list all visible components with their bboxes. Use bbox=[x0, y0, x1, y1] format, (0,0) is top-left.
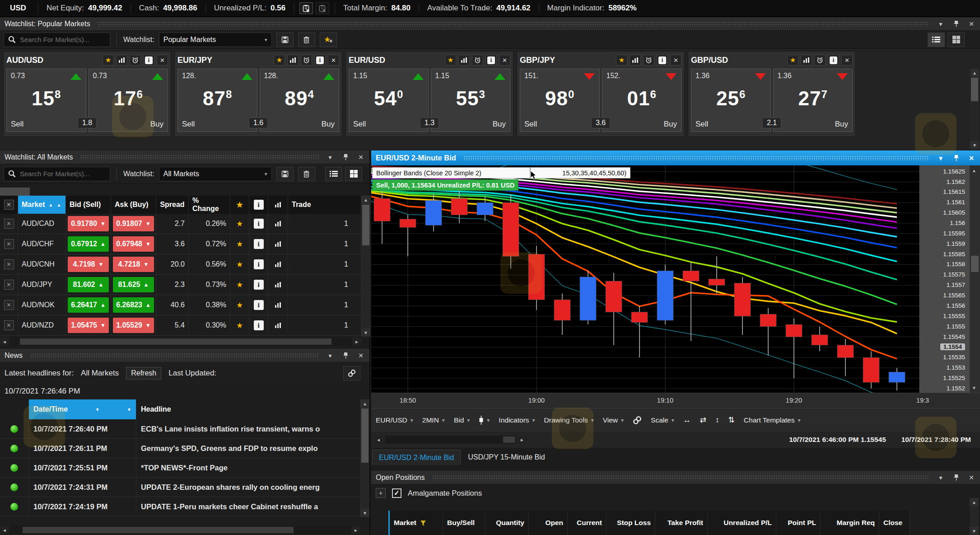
ask-price-button[interactable]: 4.7218▼ bbox=[113, 257, 154, 272]
chart-toolbar-candlestick-icon[interactable]: ▾ bbox=[479, 416, 490, 425]
column-header-current[interactable]: Current bbox=[568, 511, 607, 535]
close-panel-icon[interactable]: ✕ bbox=[357, 352, 365, 360]
favorite-star-icon[interactable]: ★ bbox=[787, 55, 798, 66]
chart-tab-2[interactable]: USD/JPY 15-Minute Bid bbox=[462, 450, 551, 465]
scroll-up-icon[interactable]: ▲ bbox=[361, 196, 370, 204]
ask-price-button[interactable]: 0.67948▼ bbox=[113, 236, 154, 252]
cancel-orders-icon[interactable] bbox=[299, 2, 313, 14]
open-chart-icon[interactable] bbox=[801, 55, 812, 66]
info-icon[interactable]: i bbox=[485, 55, 497, 66]
scroll-down-icon[interactable]: ▼ bbox=[361, 329, 370, 337]
price-alert-icon[interactable] bbox=[472, 55, 483, 66]
column-header-buy-sell[interactable]: Buy/Sell bbox=[443, 511, 485, 535]
close-tile-icon[interactable]: ✕ bbox=[157, 55, 168, 66]
column-header-headline[interactable]: Headline bbox=[136, 399, 360, 419]
drag-handle-texture[interactable] bbox=[432, 475, 929, 480]
favorite-star-icon[interactable]: ★ bbox=[230, 315, 249, 335]
scroll-down-icon[interactable]: ▼ bbox=[360, 509, 369, 517]
chart-toolbar-link-icon[interactable] bbox=[633, 416, 642, 425]
market-search[interactable] bbox=[4, 167, 110, 181]
buy-price-button[interactable]: 1.15553Buy bbox=[431, 69, 511, 132]
info-icon[interactable]: i bbox=[314, 55, 326, 66]
close-tile-icon[interactable]: ✕ bbox=[841, 55, 853, 66]
favorite-star-icon[interactable]: ★ bbox=[230, 254, 249, 274]
open-chart-icon[interactable] bbox=[268, 214, 288, 234]
column-header-stop-loss[interactable]: Stop Loss bbox=[607, 511, 655, 535]
link-news-button[interactable] bbox=[343, 366, 360, 380]
favorite-star-icon[interactable]: ★ bbox=[445, 55, 456, 66]
column-header[interactable]: % Change bbox=[189, 196, 230, 214]
amalgamate-checkbox[interactable]: ✓ bbox=[392, 488, 401, 498]
row-select-checkbox[interactable]: ✕ bbox=[0, 295, 18, 315]
chart-toolbar-indicators[interactable]: Indicators▾ bbox=[499, 416, 535, 424]
info-icon[interactable]: i bbox=[657, 55, 668, 66]
scale-compress-vertical-icon[interactable]: ⇅ bbox=[728, 415, 735, 425]
news-headline-cell[interactable]: ECB's Lane insists inflation rise transi… bbox=[136, 419, 360, 438]
scroll-up-icon[interactable]: ▲ bbox=[970, 69, 979, 77]
scroll-left-icon[interactable]: ◄ bbox=[0, 526, 9, 534]
favorite-star-icon[interactable]: ★ bbox=[230, 234, 249, 254]
collapse-panel-icon[interactable]: ▾ bbox=[937, 474, 945, 482]
add-favorite-button[interactable]: ★+ bbox=[320, 33, 337, 47]
grid-view-button[interactable] bbox=[345, 167, 362, 181]
chart-toolbar-bid[interactable]: Bid▾ bbox=[454, 416, 470, 424]
collapse-panel-icon[interactable]: ▾ bbox=[326, 352, 334, 360]
favorite-star-icon[interactable]: ★ bbox=[230, 214, 249, 234]
bid-price-button[interactable]: 4.7198▼ bbox=[68, 257, 109, 272]
news-headline-cell[interactable]: UPDATE 1-Peru markets cheer Cabinet resh… bbox=[136, 497, 360, 516]
chart-titlebar[interactable]: EUR/USD 2-Minute Bid ▾ ✕ bbox=[371, 150, 980, 165]
sell-price-button[interactable]: 0.73158Sell bbox=[6, 69, 86, 132]
info-icon[interactable]: i bbox=[249, 254, 268, 274]
chart-toolbar-eur/usd[interactable]: EUR/USD▾ bbox=[376, 416, 413, 424]
news-headline-cell[interactable]: *TOP NEWS*-Front Page bbox=[136, 458, 360, 477]
close-panel-icon[interactable]: ✕ bbox=[967, 474, 975, 482]
drag-handle-texture[interactable] bbox=[98, 21, 929, 27]
info-icon[interactable]: i bbox=[249, 234, 268, 254]
table-row[interactable]: ✕AUD/NOK6.26417▲6.26823▲40.60.38%★i1 bbox=[0, 295, 361, 315]
scroll-down-icon[interactable]: ▼ bbox=[970, 141, 979, 149]
open-chart-icon[interactable] bbox=[268, 275, 288, 295]
column-header-market[interactable]: Market bbox=[390, 511, 443, 535]
news-headline-cell[interactable]: UPDATE 2-European shares rally on coolin… bbox=[136, 478, 360, 497]
scroll-left-icon[interactable]: ◄ bbox=[0, 338, 9, 346]
bid-price-button[interactable]: 6.26417▲ bbox=[68, 297, 109, 313]
column-header-info[interactable]: i bbox=[249, 196, 268, 214]
scroll-up-icon[interactable]: ▲ bbox=[970, 498, 979, 506]
tiles-scrollbar[interactable]: ▲ ▼ bbox=[970, 69, 979, 149]
close-tile-icon[interactable]: ✕ bbox=[328, 55, 339, 66]
table-row[interactable]: ✕AUD/CNH4.7198▼4.7218▼20.00.56%★i1 bbox=[0, 254, 361, 275]
row-select-checkbox[interactable]: ✕ bbox=[0, 275, 18, 295]
open-chart-icon[interactable] bbox=[268, 295, 288, 315]
favorite-star-icon[interactable]: ★ bbox=[616, 55, 627, 66]
open-position-chart-label[interactable]: Sell, 1,000, 1.15634 Unrealized P/L: 0.8… bbox=[372, 179, 518, 191]
pin-icon[interactable] bbox=[952, 154, 960, 162]
bid-price-button[interactable]: 0.67912▲ bbox=[68, 236, 109, 252]
column-header-market[interactable]: Market▲ ▲ bbox=[18, 196, 66, 214]
column-header-favorite[interactable]: ★ bbox=[230, 196, 249, 214]
row-select-checkbox[interactable]: ✕ bbox=[0, 254, 18, 274]
price-alert-icon[interactable] bbox=[130, 55, 141, 66]
market-search[interactable] bbox=[4, 33, 110, 47]
sell-price-button[interactable]: 128.878Sell bbox=[177, 69, 257, 132]
scroll-right-icon[interactable]: ► bbox=[352, 338, 361, 346]
open-chart-icon[interactable] bbox=[630, 55, 641, 66]
drag-handle-texture[interactable] bbox=[463, 155, 929, 161]
save-watchlist-button[interactable] bbox=[276, 33, 294, 47]
info-icon[interactable]: i bbox=[249, 214, 268, 234]
open-chart-icon[interactable] bbox=[287, 55, 299, 66]
ask-price-button[interactable]: 81.625▲ bbox=[113, 277, 154, 292]
favorite-star-icon[interactable]: ★ bbox=[230, 295, 249, 315]
chart-plot-area[interactable]: Bollinger Bands (Close 20 Simple 2) 15,3… bbox=[371, 165, 980, 393]
select-all-checkbox[interactable]: ✕ bbox=[0, 196, 18, 214]
pin-icon[interactable] bbox=[341, 352, 350, 360]
pin-icon[interactable] bbox=[341, 153, 350, 161]
all-markets-panel-header[interactable]: Watchlist: All Markets ▾ ✕ bbox=[0, 150, 369, 164]
open-chart-icon[interactable] bbox=[268, 315, 288, 335]
scale-expand-vertical-icon[interactable]: ↕ bbox=[715, 416, 719, 425]
column-header-take-profit[interactable]: Take Profit bbox=[655, 511, 708, 535]
bid-price-button[interactable]: 1.05475▼ bbox=[68, 318, 109, 333]
bollinger-indicator-label[interactable]: Bollinger Bands (Close 20 Simple 2) bbox=[372, 167, 530, 178]
moving-average-indicator-label[interactable]: 15,30,35,40,45,50,60) bbox=[530, 167, 630, 178]
price-alert-icon[interactable] bbox=[301, 55, 312, 66]
watchlist-select[interactable]: All Markets ▾ bbox=[159, 167, 272, 181]
